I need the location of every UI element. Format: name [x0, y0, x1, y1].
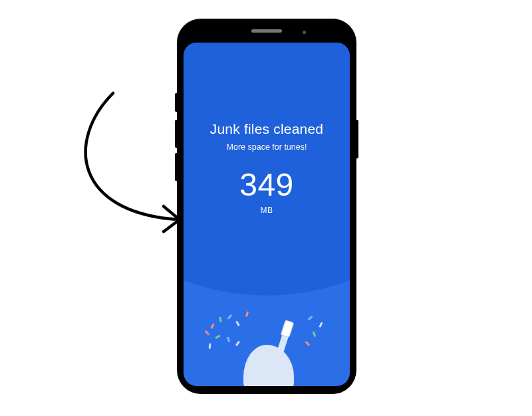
- mascot-icon: [243, 345, 294, 386]
- confetti-icon: [215, 335, 220, 339]
- confetti-icon: [205, 330, 209, 335]
- phone-frame: Junk files cleaned More space for tunes!…: [178, 20, 355, 393]
- confetti-icon: [307, 315, 313, 320]
- result-title: Junk files cleaned: [184, 121, 350, 137]
- phone-sensor: [303, 31, 306, 34]
- phone-volume-up-button: [175, 120, 178, 148]
- cleaned-amount-value: 349: [184, 166, 350, 203]
- confetti-icon: [245, 312, 249, 317]
- confetti-icon: [227, 337, 230, 343]
- phone-screen: Junk files cleaned More space for tunes!…: [184, 43, 350, 386]
- celebration-graphic: [184, 306, 350, 386]
- mascot-phone-icon: [281, 319, 295, 337]
- confetti-icon: [219, 317, 221, 322]
- result-subtitle: More space for tunes!: [184, 142, 350, 152]
- confetti-icon: [319, 322, 323, 328]
- confetti-icon: [227, 314, 232, 319]
- cleaned-amount-unit: MB: [184, 206, 350, 215]
- phone-speaker: [251, 29, 282, 33]
- phone-side-button: [175, 93, 178, 112]
- confetti-icon: [305, 341, 311, 346]
- phone-volume-down-button: [175, 153, 178, 181]
- confetti-icon: [235, 321, 240, 326]
- confetti-icon: [210, 323, 214, 329]
- confetti-icon: [313, 331, 317, 337]
- confetti-icon: [209, 343, 211, 349]
- confetti-icon: [235, 341, 240, 346]
- clean-result-panel: Junk files cleaned More space for tunes!…: [184, 43, 350, 215]
- phone-power-button: [355, 120, 358, 158]
